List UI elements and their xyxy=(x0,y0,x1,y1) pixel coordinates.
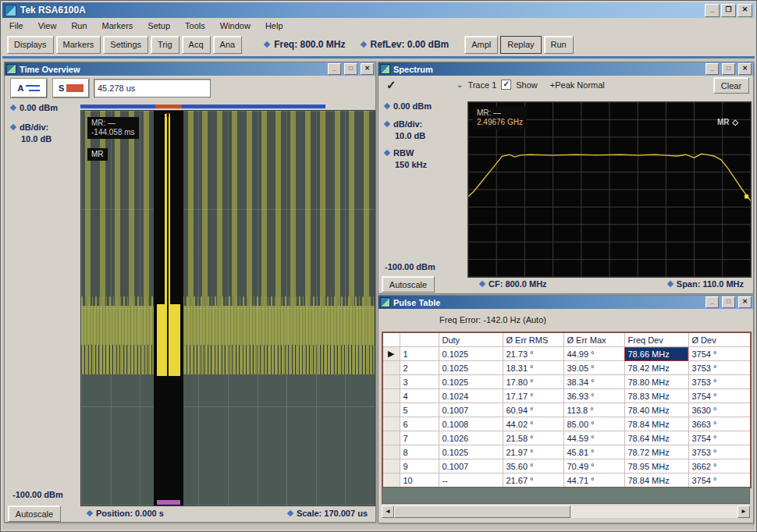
phase-err-max-value[interactable]: 85.00 ° xyxy=(563,417,624,431)
marker-line[interactable] xyxy=(167,113,169,377)
phase-err-max-value[interactable]: 44.99 ° xyxy=(563,347,624,361)
pulse-table-titlebar[interactable]: Pulse Table _ □ ✕ xyxy=(378,296,753,309)
close-button[interactable]: ✕ xyxy=(361,63,374,75)
pulse-number[interactable]: 6 xyxy=(400,417,439,431)
maximize-button[interactable]: □ xyxy=(722,296,735,308)
ampl-button[interactable]: Ampl xyxy=(464,36,498,54)
column-header-blank[interactable] xyxy=(400,332,439,347)
marker-label-chip[interactable]: MR xyxy=(87,148,108,161)
duty-value[interactable]: 0.1007 xyxy=(439,459,503,473)
phase-dev-value[interactable]: 3753 ° xyxy=(688,445,751,459)
duty-value[interactable]: 0.1025 xyxy=(439,375,503,389)
duty-value[interactable]: 0.1024 xyxy=(439,389,503,403)
maximize-button[interactable]: □ xyxy=(344,63,357,75)
duty-value[interactable]: -- xyxy=(439,473,503,488)
phase-dev-value[interactable]: 3753 ° xyxy=(688,375,751,389)
phase-dev-value[interactable]: 3754 ° xyxy=(688,347,751,361)
reflevel-field[interactable]: RefLev: 0.00 dBm xyxy=(361,39,450,50)
phase-dev-value[interactable]: 3663 ° xyxy=(688,417,751,431)
clear-button[interactable]: Clear xyxy=(713,77,749,94)
menu-item-view[interactable]: View xyxy=(38,20,65,32)
phase-err-rms-value[interactable]: 17.80 ° xyxy=(503,375,563,389)
scroll-right-icon[interactable]: ► xyxy=(737,505,750,518)
span-field[interactable]: Span: 110.0 MHz xyxy=(668,279,744,289)
detection-label[interactable]: +Peak Normal xyxy=(550,80,605,90)
minimize-button[interactable]: _ xyxy=(705,63,719,75)
spectrum-plot[interactable]: MR: — 2.49676 GHz MR xyxy=(467,101,752,278)
time-overview-titlebar[interactable]: Time Overview _ □ ✕ xyxy=(5,62,375,76)
table-row[interactable]: 60.100844.02 °85.00 °78.84 MHz3663 ° xyxy=(382,417,751,431)
minimize-button[interactable]: _ xyxy=(705,296,719,308)
row-selector[interactable] xyxy=(382,445,400,459)
acq-button[interactable]: Acq xyxy=(182,36,211,54)
replay-button[interactable]: Replay xyxy=(500,36,541,54)
phase-dev-value[interactable]: 3753 ° xyxy=(688,361,751,375)
run-button[interactable]: Run xyxy=(544,36,574,54)
maximize-button[interactable]: □ xyxy=(722,63,735,75)
pulse-number[interactable]: 8 xyxy=(400,445,439,459)
autoscale-button[interactable]: Autoscale xyxy=(8,505,61,522)
pulse-number[interactable]: 10 xyxy=(400,473,439,488)
row-selector[interactable] xyxy=(382,361,400,375)
maximize-button[interactable]: ❐ xyxy=(721,4,736,17)
phase-err-max-value[interactable]: 38.34 ° xyxy=(563,375,624,389)
phase-err-max-value[interactable]: 45.81 ° xyxy=(563,445,624,459)
trace-selector[interactable]: Trace 1 xyxy=(467,80,496,90)
column-header-freqdev[interactable]: Freq Dev xyxy=(624,332,688,347)
freq-dev-value[interactable]: 78.40 MHz xyxy=(624,403,688,417)
pulse-number[interactable]: 3 xyxy=(400,375,439,389)
menu-item-setup[interactable]: Setup xyxy=(147,20,178,32)
table-row[interactable]: 70.102621.58 °44.59 °78.64 MHz3754 ° xyxy=(382,431,751,445)
phase-err-max-value[interactable]: 44.71 ° xyxy=(563,473,624,488)
duty-value[interactable]: 0.1007 xyxy=(439,403,503,417)
freq-dev-value[interactable]: 78.83 MHz xyxy=(624,389,688,403)
autoscale-button[interactable]: Autoscale xyxy=(382,276,435,293)
phase-dev-value[interactable]: 3754 ° xyxy=(688,389,751,403)
trig-button[interactable]: Trig xyxy=(151,36,179,54)
amplitude-trace-button[interactable]: A xyxy=(11,79,47,98)
table-row[interactable]: 80.102521.97 °45.81 °78.72 MHz3753 ° xyxy=(382,445,751,459)
column-header-errmax[interactable]: Ø Err Max xyxy=(563,332,624,347)
phase-err-rms-value[interactable]: 21.58 ° xyxy=(503,431,563,445)
freq-dev-value[interactable]: 78.42 MHz xyxy=(624,361,688,375)
markers-button[interactable]: Markers xyxy=(56,36,101,54)
table-row[interactable]: 50.100760.94 °113.8 °78.40 MHz3630 ° xyxy=(382,403,751,417)
scroll-left-icon[interactable]: ◄ xyxy=(382,505,394,518)
row-selector[interactable]: ▶ xyxy=(382,347,400,361)
pulse-number[interactable]: 1 xyxy=(400,347,439,361)
phase-err-max-value[interactable]: 70.49 ° xyxy=(563,459,624,473)
row-selector[interactable] xyxy=(382,459,400,473)
position-field[interactable]: Position: 0.000 s xyxy=(87,509,164,518)
scrollbar-thumb[interactable] xyxy=(394,505,570,518)
phase-err-rms-value[interactable]: 21.97 ° xyxy=(503,445,563,459)
minimize-button[interactable]: _ xyxy=(705,4,720,17)
menu-item-window[interactable]: Window xyxy=(220,20,258,32)
phase-err-rms-value[interactable]: 18.31 ° xyxy=(503,361,563,375)
column-header-duty[interactable]: Duty xyxy=(439,332,503,347)
column-header-blank[interactable] xyxy=(382,332,400,347)
close-button[interactable]: ✕ xyxy=(738,63,752,75)
table-row[interactable]: 90.100735.60 °70.49 °78.95 MHz3662 ° xyxy=(382,459,751,473)
pulse-results-table[interactable]: DutyØ Err RMSØ Err MaxFreq DevØ Dev ▶10.… xyxy=(382,332,752,488)
row-selector[interactable] xyxy=(382,389,400,403)
settings-button[interactable]: Settings xyxy=(103,36,148,54)
row-selector[interactable] xyxy=(382,403,400,417)
freq-dev-value[interactable]: 78.95 MHz xyxy=(624,459,688,473)
ana-button[interactable]: Ana xyxy=(213,36,243,54)
phase-err-rms-value[interactable]: 35.60 ° xyxy=(503,459,563,473)
duty-value[interactable]: 0.1025 xyxy=(439,361,503,375)
pulse-number[interactable]: 5 xyxy=(400,403,439,417)
freq-dev-value[interactable]: 78.84 MHz xyxy=(624,473,688,488)
acquisition-extent-bar[interactable] xyxy=(80,105,325,108)
ref-level-field[interactable]: 0.00 dBm xyxy=(11,103,58,112)
phase-err-max-value[interactable]: 44.59 ° xyxy=(563,431,624,445)
row-selector[interactable] xyxy=(382,473,400,488)
table-row[interactable]: 40.102417.17 °36.93 °78.83 MHz3754 ° xyxy=(382,389,751,403)
freq-dev-value[interactable]: 78.84 MHz xyxy=(624,417,688,431)
phase-err-rms-value[interactable]: 44.02 ° xyxy=(503,417,563,431)
table-row[interactable]: ▶10.102521.73 °44.99 °78.66 MHz3754 ° xyxy=(382,347,751,361)
duty-value[interactable]: 0.1026 xyxy=(439,431,503,445)
spectrum-titlebar[interactable]: Spectrum _ □ ✕ xyxy=(378,62,753,76)
displays-button[interactable]: Displays xyxy=(7,36,54,54)
phase-dev-value[interactable]: 3630 ° xyxy=(688,403,751,417)
